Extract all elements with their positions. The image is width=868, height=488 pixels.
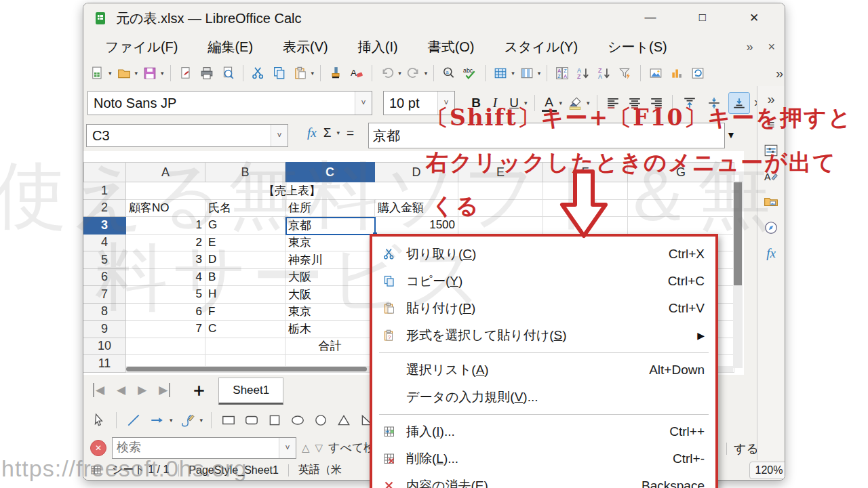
- cell[interactable]: 4: [126, 269, 205, 287]
- cell[interactable]: 大阪: [285, 269, 375, 287]
- cell[interactable]: 住所: [285, 200, 375, 218]
- find-previous-icon[interactable]: △: [302, 442, 310, 454]
- cell[interactable]: [543, 182, 628, 200]
- cell[interactable]: 顧客NO: [126, 200, 205, 218]
- menu-edit[interactable]: 編集(E): [208, 38, 253, 56]
- cell[interactable]: [458, 182, 543, 200]
- cell[interactable]: [628, 182, 734, 200]
- menubar-overflow-icon[interactable]: »: [746, 40, 753, 54]
- row-header-10[interactable]: 10: [83, 338, 126, 356]
- sidebar-functions-icon[interactable]: fx: [762, 245, 780, 262]
- horizontal-scrollbar-thumb[interactable]: [126, 367, 367, 371]
- cell[interactable]: 6: [126, 304, 205, 321]
- row-header-9[interactable]: 9: [83, 321, 126, 338]
- column-header-D[interactable]: D: [375, 162, 458, 182]
- row-header-11[interactable]: 11: [83, 355, 126, 373]
- save-dropdown-caret-icon[interactable]: ▾: [161, 70, 164, 77]
- cell[interactable]: 1: [126, 217, 205, 235]
- row-header-7[interactable]: 7: [83, 286, 126, 304]
- sidebar-overflow-icon[interactable]: »: [762, 90, 780, 108]
- search-box[interactable]: ˅: [112, 437, 296, 459]
- rounded-rectangle-shape-icon[interactable]: [243, 411, 260, 429]
- column-header-A[interactable]: A: [126, 162, 205, 182]
- font-color-dropdown-caret-icon[interactable]: ▾: [559, 100, 563, 106]
- menu-styles[interactable]: スタイル(Y): [505, 38, 578, 56]
- undo-dropdown-caret-icon[interactable]: ▾: [398, 70, 401, 77]
- vertical-scrollbar[interactable]: [733, 181, 743, 368]
- sidebar-styles-icon[interactable]: A: [762, 167, 780, 185]
- redo-dropdown-caret-icon[interactable]: ▾: [425, 70, 428, 77]
- cell[interactable]: 7: [126, 321, 205, 338]
- borders-icon[interactable]: [492, 64, 509, 82]
- new-dropdown-caret-icon[interactable]: ▾: [108, 70, 112, 77]
- cell[interactable]: [628, 217, 734, 235]
- sheet-tab-sheet1[interactable]: Sheet1: [218, 378, 283, 405]
- show-draw-functions-icon[interactable]: [689, 64, 707, 82]
- close-button[interactable]: ✕: [738, 3, 770, 32]
- border-style-icon[interactable]: [518, 64, 536, 82]
- context-menu-item[interactable]: コピー(Y)Ctrl+C: [372, 268, 715, 295]
- align-bottom-icon[interactable]: [728, 92, 750, 114]
- column-header-F[interactable]: F: [543, 162, 628, 182]
- sum-icon[interactable]: Σ: [323, 125, 332, 140]
- font-name-combo[interactable]: Noto Sans JP ˅: [87, 91, 372, 115]
- row-header-1[interactable]: 1: [83, 182, 126, 200]
- cell[interactable]: 氏名: [205, 200, 285, 218]
- match-case-label-fragment[interactable]: する: [734, 441, 759, 457]
- cell[interactable]: G: [205, 217, 285, 235]
- ellipse-shape-icon[interactable]: [289, 411, 307, 429]
- sort-ascending-icon[interactable]: AZ: [574, 64, 592, 82]
- font-name-chevron-down-icon[interactable]: ˅: [355, 92, 372, 115]
- sidebar-gallery-icon[interactable]: [762, 193, 780, 211]
- border-style-dropdown-caret-icon[interactable]: ▾: [538, 70, 541, 77]
- cell[interactable]: [205, 338, 285, 356]
- bold-button[interactable]: B: [469, 96, 484, 110]
- row-header-5[interactable]: 5: [83, 251, 126, 269]
- context-menu-item[interactable]: 内容の消去(E)...Backspace: [372, 472, 715, 488]
- context-menu-item[interactable]: ?形式を選択して貼り付け(S)▶: [372, 322, 715, 349]
- font-size-chevron-down-icon[interactable]: ˅: [437, 92, 454, 115]
- cell[interactable]: 東京: [285, 304, 375, 321]
- curve-dropdown-caret-icon[interactable]: ▾: [200, 417, 203, 424]
- row-header-2[interactable]: 2: [83, 200, 126, 218]
- print-icon[interactable]: [198, 64, 216, 82]
- column-header-C[interactable]: C: [285, 162, 375, 182]
- equals-icon[interactable]: =: [347, 125, 354, 140]
- context-menu-item[interactable]: 切り取り(C)Ctrl+X: [372, 241, 715, 268]
- next-sheet-icon[interactable]: ▶: [138, 383, 146, 397]
- align-center-icon[interactable]: [626, 94, 644, 112]
- minimize-button[interactable]: —: [635, 3, 666, 32]
- column-header-B[interactable]: B: [205, 162, 285, 182]
- cell[interactable]: [458, 217, 543, 235]
- sidebar-properties-icon[interactable]: [762, 142, 780, 159]
- cell[interactable]: 5: [126, 286, 205, 304]
- cell[interactable]: C: [205, 321, 285, 338]
- last-sheet-icon[interactable]: ▶: [159, 383, 170, 397]
- sort-icon[interactable]: AZZA: [553, 64, 571, 82]
- insert-line-icon[interactable]: [125, 411, 142, 429]
- cell[interactable]: [628, 200, 734, 218]
- cut-icon[interactable]: [250, 64, 267, 82]
- toolbar-overflow-icon[interactable]: »: [776, 66, 783, 81]
- clear-formatting-icon[interactable]: A: [348, 64, 366, 82]
- column-header-G[interactable]: G: [628, 162, 734, 182]
- previous-sheet-icon[interactable]: ◀: [117, 383, 125, 397]
- cell[interactable]: 神奈川: [285, 251, 375, 269]
- cell[interactable]: 京都: [285, 217, 375, 235]
- menu-sheet[interactable]: シート(S): [608, 38, 667, 56]
- font-size-combo[interactable]: 10 pt ˅: [383, 91, 455, 115]
- insert-curve-icon[interactable]: [178, 411, 196, 429]
- align-left-icon[interactable]: [604, 94, 622, 112]
- underline-dropdown-caret-icon[interactable]: ▾: [524, 100, 528, 106]
- find-replace-icon[interactable]: a: [440, 64, 458, 82]
- cell[interactable]: 3: [126, 251, 205, 269]
- insert-arrow-icon[interactable]: [148, 411, 165, 429]
- copy-icon[interactable]: [271, 64, 288, 82]
- font-color-button[interactable]: A: [542, 95, 557, 112]
- zoom-level[interactable]: 120%: [749, 462, 785, 479]
- cell[interactable]: [458, 200, 543, 218]
- cell[interactable]: 合計: [285, 338, 375, 356]
- sort-descending-icon[interactable]: ZA: [595, 64, 613, 82]
- cell-title[interactable]: 【売上表】: [126, 182, 458, 200]
- row-header-8[interactable]: 8: [83, 304, 126, 321]
